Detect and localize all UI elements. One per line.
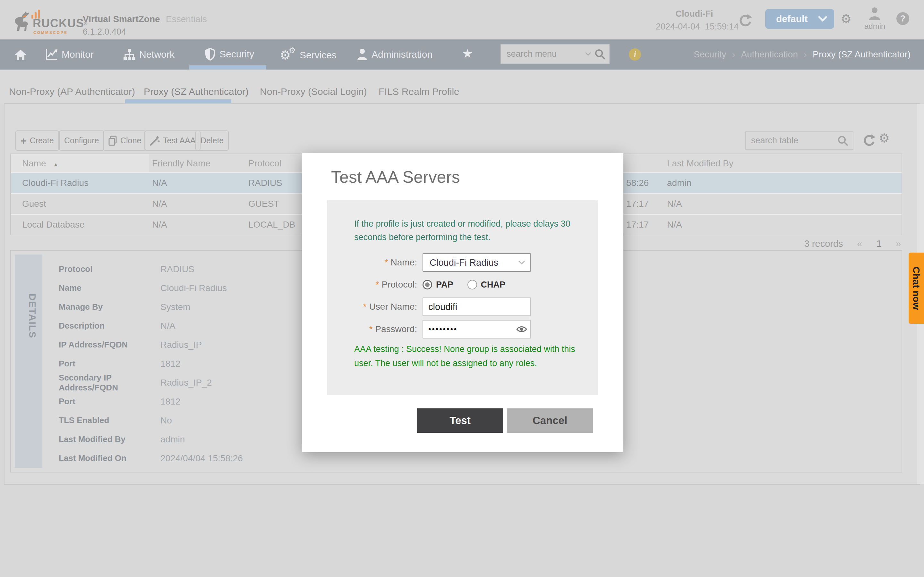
search-icon[interactable] — [837, 135, 848, 146]
detail-value: Radius_IP_2 — [160, 378, 212, 388]
nav-item-security[interactable]: Security — [205, 48, 254, 61]
product-edition: Essentials — [166, 14, 207, 24]
required-marker: * — [376, 279, 379, 290]
dialog-hint-text: If the profile is just created or modifi… — [354, 217, 591, 244]
favorites-star-icon[interactable]: ★ — [462, 47, 473, 61]
column-header-protocol[interactable]: Protocol — [248, 158, 281, 169]
username-input[interactable] — [423, 298, 531, 316]
detail-label: Name — [59, 283, 160, 293]
clone-button-label: Clone — [120, 136, 141, 145]
detail-label: Secondary IP Address/FQDN — [59, 373, 160, 393]
breadcrumb-item-authentication[interactable]: Authentication — [741, 49, 798, 60]
column-header-last-modified-by[interactable]: Last Modified By — [667, 158, 733, 169]
page-previous-button[interactable]: « — [857, 239, 863, 249]
configure-button-label: Configure — [64, 136, 99, 145]
sub-tab-bar: Non-Proxy (AP Authenticator) Proxy (SZ A… — [0, 69, 924, 103]
user-menu[interactable]: admin — [864, 7, 885, 31]
help-glyph: ? — [900, 14, 906, 24]
menu-search-input[interactable] — [501, 49, 585, 59]
breadcrumb-item-security[interactable]: Security — [694, 49, 726, 60]
nav-item-monitor[interactable]: Monitor — [45, 48, 94, 61]
name-field-row: *Name: Cloudi-Fi Radius — [327, 253, 598, 272]
detail-label: Manage By — [59, 302, 160, 312]
detail-value: Radius_IP — [160, 340, 202, 350]
tab-non-proxy-ap-authenticator[interactable]: Non-Proxy (AP Authenticator) — [9, 86, 135, 97]
clone-copy-icon — [108, 135, 117, 146]
cell-last-modified-on: 17:17 — [626, 199, 649, 209]
table-settings-gear-icon[interactable]: ⚙ — [879, 132, 890, 144]
detail-label: Last Modified By — [59, 434, 160, 444]
help-icon[interactable]: ? — [897, 12, 909, 25]
server-name-select[interactable]: Cloudi-Fi Radius — [423, 253, 531, 272]
services-gears-icon: ⚙ ⚙ — [280, 48, 296, 63]
table-refresh-icon[interactable] — [862, 134, 876, 147]
server-name-selected-value: Cloudi-Fi Radius — [430, 258, 498, 268]
nav-item-label: Network — [139, 49, 174, 60]
cancel-button[interactable]: Cancel — [507, 408, 593, 433]
nav-item-label: Services — [300, 50, 336, 61]
detail-value: 2024/04/04 15:58:26 — [160, 453, 243, 464]
column-header-friendly-name[interactable]: Friendly Name — [152, 158, 210, 169]
cell-last-modified-by: N/A — [667, 199, 682, 209]
cell-friendly-name: N/A — [152, 178, 167, 188]
refresh-icon[interactable] — [738, 13, 752, 27]
ruckus-dog-icon — [12, 11, 33, 31]
detail-value: N/A — [160, 321, 176, 331]
clone-button[interactable]: Clone — [103, 131, 146, 151]
username-field-row: *User Name: — [327, 298, 598, 316]
show-password-eye-icon[interactable] — [516, 326, 527, 333]
detail-value: 1812 — [160, 396, 180, 407]
delete-button[interactable]: Delete — [195, 131, 229, 151]
nav-item-administration[interactable]: Administration — [357, 48, 433, 61]
detail-label: Last Modified On — [59, 453, 160, 463]
nav-active-indicator — [189, 65, 266, 69]
test-button[interactable]: Test — [417, 408, 503, 433]
required-marker: * — [363, 301, 367, 311]
radio-pap[interactable] — [423, 280, 432, 290]
nav-item-services[interactable]: ⚙ ⚙ Services — [280, 48, 336, 63]
page-next-button[interactable]: » — [896, 239, 901, 249]
domain-selector-button[interactable]: default — [765, 9, 834, 29]
cell-protocol: GUEST — [248, 199, 279, 209]
breadcrumb: Security › Authentication › Proxy (SZ Au… — [694, 49, 911, 60]
home-icon[interactable] — [14, 49, 27, 61]
page-number[interactable]: 1 — [877, 239, 882, 249]
settings-gear-icon[interactable]: ⚙ — [841, 13, 851, 25]
detail-value: 1812 — [160, 359, 180, 369]
breadcrumb-item-current: Proxy (SZ Authenticator) — [813, 49, 911, 60]
cell-last-modified-by: N/A — [667, 219, 682, 230]
nav-item-label: Administration — [372, 49, 433, 60]
detail-value: admin — [160, 434, 185, 445]
test-result-message: AAA testing : Success! None group is ass… — [354, 342, 591, 370]
top-header: RUCKUS® COMMSCOPE Virtual SmartZone Esse… — [0, 0, 924, 39]
detail-value: Cloudi-Fi Radius — [160, 283, 227, 293]
column-header-name[interactable]: Name ▲ — [22, 158, 58, 169]
chat-now-tab[interactable]: Chat now — [909, 253, 924, 324]
tab-proxy-sz-authenticator[interactable]: Proxy (SZ Authenticator) — [144, 86, 249, 97]
radio-chap[interactable] — [467, 280, 477, 290]
search-icon[interactable] — [594, 49, 606, 60]
tab-fils-realm-profile[interactable]: FILS Realm Profile — [379, 86, 459, 97]
configure-button[interactable]: Configure — [59, 131, 104, 151]
domain-selector-label: default — [776, 13, 808, 24]
cell-friendly-name: N/A — [152, 199, 167, 209]
detail-value: System — [160, 302, 190, 312]
chevron-down-icon[interactable] — [585, 52, 591, 56]
password-field-label: *Password: — [327, 324, 417, 334]
detail-value: RADIUS — [160, 264, 194, 274]
dialog-title: Test AAA Servers — [331, 167, 460, 187]
brand-sub-wordmark: COMMSCOPE — [33, 31, 68, 35]
cell-protocol: LOCAL_DB — [248, 219, 295, 230]
records-count-label: 3 records — [804, 239, 843, 249]
password-input[interactable] — [423, 320, 531, 338]
test-aaa-servers-dialog: Test AAA Servers If the profile is just … — [302, 153, 624, 452]
detail-label: Port — [59, 359, 160, 369]
tab-non-proxy-social-login[interactable]: Non-Proxy (Social Login) — [260, 86, 367, 97]
create-button[interactable]: + Create — [15, 131, 59, 151]
info-icon[interactable]: i — [629, 48, 641, 61]
test-aaa-button[interactable]: Test AAA — [144, 131, 200, 151]
chat-now-label: Chat now — [911, 267, 922, 310]
table-search-input[interactable] — [746, 135, 837, 145]
nav-item-label: Security — [220, 49, 254, 60]
nav-item-network[interactable]: Network — [123, 48, 174, 61]
